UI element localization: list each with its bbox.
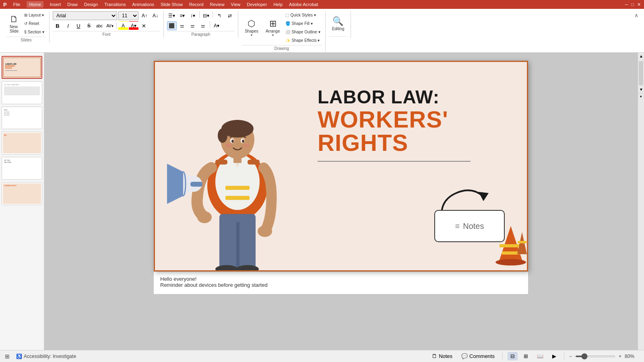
comments-btn[interactable]: 💬 Comments xyxy=(458,352,497,360)
slide-thumb-4[interactable]: A! xyxy=(2,132,42,154)
section-button[interactable]: §Section ▾ xyxy=(23,28,46,36)
scroll-end-btn[interactable]: ▾ xyxy=(638,93,644,100)
paragraph-label: Paragraph xyxy=(167,31,235,37)
menu-insert[interactable]: Insert xyxy=(50,2,61,7)
align-right-btn[interactable]: ⚌ xyxy=(188,21,198,30)
status-bar: ⊞ ♿ Accessibility: Investigate 🗒 Notes 💬… xyxy=(0,350,644,362)
char-spacing-btn[interactable]: AV▾ xyxy=(105,21,115,30)
editor-area: LABOR LAW: WORKERS' RIGHTS ≡ Notes xyxy=(44,53,638,350)
arrange-button[interactable]: ⊞ Arrange ▾ xyxy=(262,16,283,40)
quick-styles-button[interactable]: ⬚ Quick Styles ▾ xyxy=(284,11,322,19)
font-name-select[interactable]: Arial xyxy=(53,11,117,20)
slideshow-btn[interactable]: ▶ xyxy=(549,352,559,360)
fill-icon: 🪣 xyxy=(285,21,290,26)
menu-adobe[interactable]: Adobe Acrobat xyxy=(289,2,318,7)
numbering-btn[interactable]: ≡▾ xyxy=(178,11,187,20)
bold-btn[interactable]: B xyxy=(53,21,62,30)
slide-notes-area[interactable]: Hello everyone! Reminder about devices b… xyxy=(154,272,528,294)
convert-smartart-btn[interactable]: ⇄ xyxy=(225,11,235,20)
menu-record[interactable]: Record xyxy=(189,2,203,7)
reset-button[interactable]: ↺Reset xyxy=(23,20,46,27)
strikethrough-btn[interactable]: S xyxy=(84,21,94,30)
text-direction-btn[interactable]: ↰ xyxy=(215,11,224,20)
main-area: LABOR LAW: WORKERS'RIGHTS OF THIS TEMPLA… xyxy=(0,53,644,350)
layout-button[interactable]: ⊞Layout ▾ xyxy=(23,11,46,19)
new-slide-button[interactable]: 🗋 NewSlide xyxy=(6,12,22,36)
reading-view-btn[interactable]: 📖 xyxy=(534,352,546,360)
app-icon: P xyxy=(3,2,7,8)
normal-view-btn[interactable]: ⊟ xyxy=(508,352,518,360)
slide-sorter-btn[interactable]: ⊞ xyxy=(521,352,531,360)
accessibility-label[interactable]: ♿ Accessibility: Investigate xyxy=(16,354,76,359)
zoom-in-icon[interactable]: + xyxy=(619,354,621,359)
menu-help[interactable]: Help xyxy=(273,2,283,7)
slide-panel-expand-icon[interactable]: ⊞ xyxy=(5,353,10,360)
align-center-btn[interactable]: ⚌ xyxy=(178,21,187,30)
quick-styles-label: Quick Styles xyxy=(290,13,313,17)
right-scrollbar[interactable]: ▲ ▼ ▾ xyxy=(638,53,644,350)
font-color-btn[interactable]: A▾ xyxy=(129,21,138,30)
notes-btn[interactable]: 🗒 Notes xyxy=(429,352,455,360)
zoom-out-icon[interactable]: − xyxy=(569,354,572,359)
shape-fill-button[interactable]: 🪣 Shape Fill ▾ xyxy=(284,20,322,27)
columns-btn[interactable]: ⊟▾ xyxy=(201,11,211,20)
minimize-btn[interactable]: ─ xyxy=(625,2,628,7)
svg-rect-17 xyxy=(225,186,250,190)
scroll-down-btn[interactable]: ▼ xyxy=(638,86,644,93)
paragraph-group: ☰▾ ≡▾ ↕▾ ⊟▾ ↰ ⇄ ⬛ ⚌ ⚌ ⚌ xyxy=(164,11,238,37)
slide-thumb-3[interactable]: NTS SECTIONSECTIONSECTION xyxy=(2,107,42,130)
slides-group: 🗋 NewSlide ⊞Layout ▾ ↺Reset §Section ▾ S… xyxy=(3,11,50,43)
svg-rect-20 xyxy=(236,222,239,270)
text-shadow-btn2[interactable]: A▾ xyxy=(212,21,221,30)
slide-title-line2: WORKERS' RIGHTS xyxy=(318,108,511,154)
editing-button[interactable]: 🔍 Editing xyxy=(329,11,348,35)
italic-btn[interactable]: I xyxy=(63,21,73,30)
menu-draw[interactable]: Draw xyxy=(67,2,78,7)
slide-thumb-1[interactable]: LABOR LAW: WORKERS'RIGHTS xyxy=(2,56,42,79)
menu-file[interactable]: File xyxy=(13,2,21,7)
menu-transitions[interactable]: Transitions xyxy=(104,2,126,7)
scroll-up-btn[interactable]: ▲ xyxy=(638,53,644,60)
decrease-font-btn[interactable]: A↓ xyxy=(151,11,160,20)
slide-thumb-5[interactable]: OF THESECTION xyxy=(2,157,42,180)
shapes-icon: ⬡ xyxy=(248,19,255,29)
close-btn[interactable]: ✕ xyxy=(637,2,641,7)
highlight-btn[interactable]: A xyxy=(118,21,128,30)
svg-point-13 xyxy=(197,211,212,223)
slide-thumb-2[interactable]: OF THIS TEMPLATE xyxy=(2,81,42,104)
arrange-icon: ⊞ xyxy=(269,19,277,29)
svg-point-9 xyxy=(242,140,244,143)
clear-format-btn[interactable]: ✕ xyxy=(139,21,149,30)
svg-point-10 xyxy=(225,144,232,148)
menu-design[interactable]: Design xyxy=(84,2,98,7)
shadow-btn[interactable]: abc xyxy=(95,21,104,30)
notes-icon: 🗒 xyxy=(432,353,437,359)
font-size-select[interactable]: 11 xyxy=(118,11,138,20)
shape-effects-button[interactable]: ✨ Shape Effects ▾ xyxy=(284,37,322,44)
slide-canvas[interactable]: LABOR LAW: WORKERS' RIGHTS ≡ Notes xyxy=(154,61,528,272)
menu-slideshow[interactable]: Slide Show xyxy=(161,2,183,7)
new-slide-label: NewSlide xyxy=(10,25,19,33)
line-spacing-btn[interactable]: ↕▾ xyxy=(188,11,198,20)
ribbon-collapse-btn[interactable]: ∧ xyxy=(632,11,641,19)
editing-section-label xyxy=(329,36,348,37)
zoom-value[interactable]: 80% xyxy=(625,354,639,359)
align-justify-btn[interactable]: ⚌ xyxy=(198,21,208,30)
bullets-btn[interactable]: ☰▾ xyxy=(167,11,177,20)
underline-btn[interactable]: U xyxy=(74,21,83,30)
menu-review[interactable]: Review xyxy=(210,2,225,7)
increase-font-btn[interactable]: A↑ xyxy=(140,11,149,20)
worker-illustration xyxy=(163,73,308,270)
menu-view[interactable]: View xyxy=(231,2,241,7)
align-left-btn[interactable]: ⬛ xyxy=(167,21,177,30)
maximize-btn[interactable]: □ xyxy=(631,2,634,7)
menu-home[interactable]: Home xyxy=(27,1,43,8)
shape-outline-button[interactable]: ⬜ Shape Outline ▾ xyxy=(284,28,322,36)
menu-developer[interactable]: Developer xyxy=(247,2,267,7)
slide-thumb-6[interactable]: LONGER TEXT? xyxy=(2,182,42,205)
scroll-thumb[interactable] xyxy=(639,61,643,85)
menu-animations[interactable]: Animations xyxy=(132,2,154,7)
zoom-slider[interactable] xyxy=(575,356,615,357)
notes-box-on-slide: ≡ Notes xyxy=(434,210,505,242)
shapes-button[interactable]: ⬡ Shapes ▾ xyxy=(242,16,262,40)
